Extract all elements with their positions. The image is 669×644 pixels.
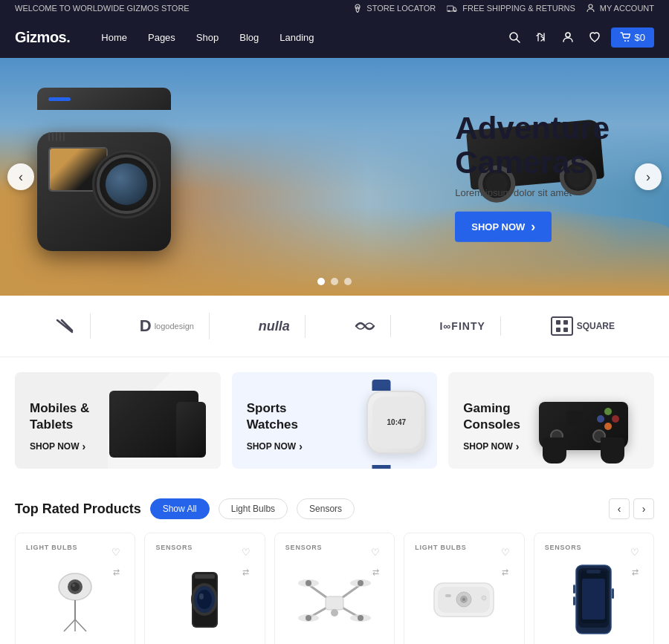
svg-line-21 [75,619,86,631]
logo[interactable]: Gizmos. [15,29,70,46]
hero-subtitle: Lorem ipsum dolor sit amet [455,187,610,198]
hero-title: AdventureCameras [455,111,610,180]
category-banners: Mobiles &Tablets SHOP NOW 10:47 SportsWa… [0,357,669,484]
brand-2[interactable]: D logodesign [125,313,210,339]
svg-rect-10 [556,320,560,325]
product-1-icons: ♡ ⇄ [108,544,124,580]
my-account[interactable]: MY ACCOUNT [586,4,654,13]
product-3-icons: ♡ ⇄ [367,544,384,580]
category-watches-image: 10:47 [324,372,437,469]
svg-rect-42 [326,596,343,610]
svg-point-27 [197,590,212,609]
svg-point-2 [448,10,450,13]
svg-point-8 [627,40,629,42]
products-nav: ‹ › [609,498,654,519]
products-prev-button[interactable]: ‹ [609,498,630,519]
brand-4[interactable] [340,315,391,337]
product-4-compare[interactable]: ⇄ [497,564,514,580]
nav-icons: $0 [504,27,654,48]
brands-bar: D logodesign nulla I∞FINTY SQUARE SQUARE [0,296,669,357]
product-1-wishlist[interactable]: ♡ [108,544,124,560]
store-locator[interactable]: STORE LOCATOR [354,4,436,13]
svg-rect-11 [563,320,568,325]
hero-dot-2[interactable] [331,278,338,285]
product-2-compare[interactable]: ⇄ [238,564,254,580]
nav-landing[interactable]: Landing [271,26,323,49]
top-bar-left: WELCOME TO WORLDWIDE GIZMOS STORE [15,4,190,13]
svg-line-20 [64,619,75,631]
svg-point-6 [566,33,570,37]
filter-show-all[interactable]: Show All [150,498,210,519]
product-card-1: LIGHT BULBS ♡ ⇄ High Definition Web [15,533,135,644]
product-3-wishlist[interactable]: ♡ [367,544,384,560]
product-5-compare[interactable]: ⇄ [627,564,643,580]
product-2-wishlist[interactable]: ♡ [238,544,254,560]
top-bar-right: STORE LOCATOR FREE SHIPPING & RETURNS MY… [354,4,654,13]
nav-shop[interactable]: Shop [187,26,227,49]
brand-6[interactable]: SQUARE SQUARE [535,312,630,340]
account-icon[interactable] [558,27,578,48]
hero-dot-1[interactable] [317,278,325,285]
svg-point-3 [454,10,456,13]
svg-point-18 [72,584,75,587]
products-next-button[interactable]: › [633,498,654,519]
svg-point-48 [462,598,465,601]
filter-sensors[interactable]: Sensors [297,498,355,519]
svg-point-7 [624,40,626,42]
svg-point-40 [306,615,311,621]
svg-rect-13 [563,328,568,332]
product-2-icons: ♡ ⇄ [238,544,254,580]
nav-blog[interactable]: Blog [230,26,268,49]
hero-prev-button[interactable]: ‹ [7,163,34,190]
cart-button[interactable]: $0 [611,27,654,48]
hero-cta-button[interactable]: SHOP NOW [455,212,552,242]
category-mobiles: Mobiles &Tablets SHOP NOW [15,372,221,469]
category-watches: 10:47 SportsWatches SHOP NOW [232,372,438,469]
nav-pages[interactable]: Pages [139,26,184,49]
product-4-icons: ♡ ⇄ [497,544,514,580]
svg-rect-29 [195,574,215,579]
product-1-compare[interactable]: ⇄ [108,564,124,580]
category-gaming: GamingConsoles SHOP NOW [448,372,654,469]
navbar: Gizmos. Home Pages Shop Blog Landing $0 [0,16,669,58]
svg-rect-12 [556,328,560,332]
product-3-compare[interactable]: ⇄ [367,564,384,580]
product-card-2: SENSORS ♡ ⇄ NEW Large Format 120mm f/5.6… [144,533,265,644]
svg-point-28 [199,593,204,599]
hero-dot-3[interactable] [344,278,352,285]
category-mobiles-image [108,372,221,469]
hero-next-button[interactable]: › [635,163,662,190]
svg-rect-54 [586,570,601,573]
svg-point-43 [331,609,338,617]
svg-rect-49 [445,594,451,597]
products-grid: LIGHT BULBS ♡ ⇄ High Definition Web [15,533,654,644]
product-4-wishlist[interactable]: ♡ [497,544,514,560]
nav-home[interactable]: Home [92,26,136,49]
svg-point-39 [358,580,363,586]
brand-5[interactable]: I∞FINTY [424,316,500,336]
welcome-text: WELCOME TO WORLDWIDE GIZMOS STORE [15,4,190,13]
cart-price: $0 [635,32,645,43]
hero-dots [317,278,352,285]
search-icon[interactable] [504,27,525,48]
wishlist-icon[interactable] [584,27,605,48]
svg-point-41 [358,615,363,621]
filter-light-bulbs[interactable]: Light Bulbs [219,498,288,519]
products-title: Top Rated Products [15,501,141,517]
brand-1[interactable] [39,313,91,339]
svg-point-50 [482,596,486,600]
svg-rect-9 [552,317,572,335]
nav-links: Home Pages Shop Blog Landing [92,26,503,49]
svg-rect-1 [447,6,453,11]
product-5-icons: ♡ ⇄ [627,544,643,580]
svg-rect-56 [573,585,575,593]
svg-rect-58 [612,588,614,599]
brand-3[interactable]: nulla [244,315,306,338]
svg-point-38 [306,580,311,586]
product-card-4: LIGHT BULBS ♡ ⇄ Wireless Bluetooth Speak… [404,533,524,644]
product-card-5: SENSORS ♡ ⇄ [534,533,654,644]
svg-rect-57 [573,596,575,605]
hero-content: AdventureCameras Lorem ipsum dolor sit a… [455,111,610,242]
compare-icon[interactable] [531,27,552,48]
product-5-wishlist[interactable]: ♡ [627,544,643,560]
